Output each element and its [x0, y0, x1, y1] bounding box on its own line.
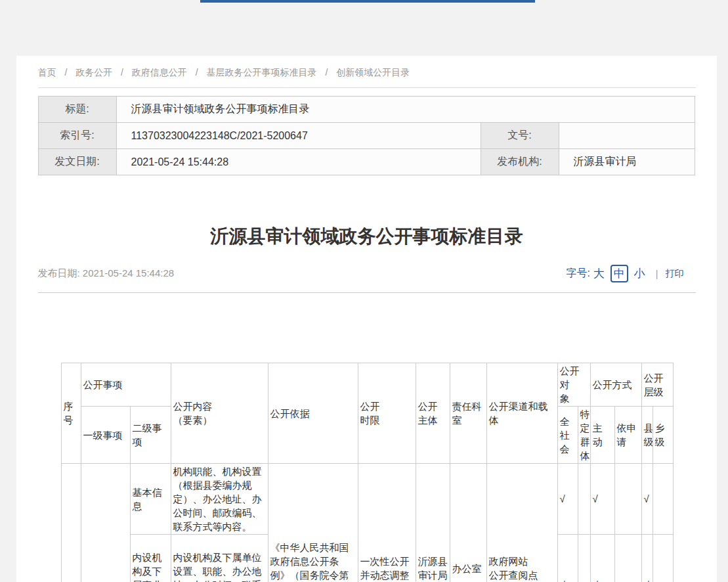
catalog-table: 序 号 公开事项 公开内容 （要素） 公开依据 公开 时限 公开 主体 责任科 … — [61, 363, 674, 582]
check-teding-1 — [578, 464, 590, 535]
breadcrumb-separator: / — [64, 67, 67, 78]
check-quanshehui-2: √ — [557, 535, 578, 582]
check-yishenqing-1 — [614, 464, 641, 535]
check-yishenqing-2 — [614, 535, 641, 582]
header-teding: 特 定 群 体 — [578, 407, 590, 464]
page-title: 沂源县审计领域政务公开事项标准目录 — [38, 225, 696, 248]
index-label: 索引号: — [38, 123, 116, 149]
breadcrumb-home-link[interactable]: 首页 — [38, 67, 56, 78]
header-erji: 二级事 项 — [130, 407, 171, 464]
header-xiangji: 乡 级 — [653, 407, 673, 464]
breadcrumb-separator: / — [196, 67, 198, 78]
index-value: 11370323004223148C/2021-5200647 — [116, 123, 481, 149]
header-yiji: 一级事项 — [81, 407, 130, 464]
nav-highlight-bar — [200, 0, 535, 3]
article-meta: 发布日期: 2021-05-24 15:44:28 字号: 大 中 小 | 打印 — [38, 265, 696, 282]
breadcrumb-separator: / — [325, 67, 328, 78]
cell-zhuti: 沂源县 审计局 — [416, 464, 450, 582]
info-row-title: 标题: 沂源县审计领域政务公开事项标准目录 — [38, 97, 695, 123]
header-xianji: 县 级 — [641, 407, 653, 464]
info-row-index: 索引号: 11370323004223148C/2021-5200647 文号: — [38, 123, 695, 149]
header-zhudong: 主 动 — [590, 407, 614, 464]
check-teding-2 — [578, 535, 590, 582]
breadcrumb: 首页 / 政务公开 / 政府信息公开 / 基层政务公开事项标准目录 / 创新领域… — [38, 56, 696, 88]
font-size-medium-button[interactable]: 中 — [610, 265, 628, 282]
font-size-large-button[interactable]: 大 — [593, 266, 605, 281]
section-divider — [38, 292, 696, 293]
header-gongkai-shixiang: 公开事项 — [81, 363, 171, 407]
cell-keshi: 办公室 — [450, 464, 486, 582]
meta-separator: | — [656, 269, 658, 279]
header-shixian: 公开 时限 — [358, 363, 416, 464]
header-cengji: 公开 层级 — [641, 363, 673, 407]
doc-info-table: 标题: 沂源县审计领域政务公开事项标准目录 索引号: 1137032300422… — [38, 96, 695, 175]
title-value: 沂源县审计领域政务公开事项标准目录 — [116, 97, 695, 123]
date-label: 发文日期: — [38, 149, 116, 175]
info-row-date: 发文日期: 2021-05-24 15:44:28 发布机构: 沂源县审计局 — [38, 149, 695, 175]
agency-value: 沂源县审计局 — [559, 149, 695, 175]
check-xiangji-2 — [653, 535, 673, 582]
cell-neirong-2: 内设机构及下属单位 设置、职能、办公地 址、办公时间、联系 方式、负责人姓名等 … — [171, 535, 268, 582]
cell-qudao: 政府网站 公开查阅点 — [486, 464, 557, 582]
cell-yiju: 《中华人民共和国 政府信息公开条 例》（国务院令第 711号） — [268, 464, 358, 582]
cell-erji-2: 内设机 构及下 属事业 单位信 息 — [130, 535, 171, 582]
publish-date-value: 2021-05-24 15:44:28 — [83, 267, 174, 279]
date-value: 2021-05-24 15:44:28 — [116, 149, 481, 175]
header-yiju: 公开依据 — [268, 363, 358, 464]
check-xiangji-1 — [653, 464, 673, 535]
header-qudao: 公开渠道和载 体 — [486, 363, 557, 464]
header-keshi: 责任科 室 — [450, 363, 486, 464]
check-zhudong-2: √ — [590, 535, 614, 582]
print-button[interactable]: 打印 — [666, 268, 684, 280]
docnum-value — [559, 123, 695, 149]
publish-date-label: 发布日期: — [38, 267, 80, 279]
catalog-header-row-1: 序 号 公开事项 公开内容 （要素） 公开依据 公开 时限 公开 主体 责任科 … — [61, 363, 673, 407]
header-yishenqing: 依申 请 — [614, 407, 641, 464]
check-quanshehui-1: √ — [557, 464, 578, 535]
breadcrumb-current-link[interactable]: 创新领域公开目录 — [336, 67, 410, 78]
cell-yiji — [81, 464, 130, 582]
header-neirong: 公开内容 （要素） — [171, 363, 268, 464]
header-xuhao: 序 号 — [61, 363, 81, 464]
cell-neirong-1: 机构职能、机构设置 （根据县委编办规 定）、办公地址、办 公时间、邮政编码、 联… — [171, 464, 268, 535]
breadcrumb-catalog-link[interactable]: 基层政务公开事项标准目录 — [207, 67, 317, 78]
cell-erji-1: 基本信 息 — [130, 464, 171, 535]
font-size-controls: 字号: 大 中 小 | 打印 — [566, 265, 683, 282]
content-card: 首页 / 政务公开 / 政府信息公开 / 基层政务公开事项标准目录 / 创新领域… — [16, 56, 717, 582]
header-zhuti: 公开 主体 — [416, 363, 450, 464]
header-duixiang: 公开对 象 — [557, 363, 590, 407]
breadcrumb-gov-info-link[interactable]: 政府信息公开 — [132, 67, 187, 78]
docnum-label: 文号: — [481, 123, 559, 149]
publish-date: 发布日期: 2021-05-24 15:44:28 — [38, 267, 175, 280]
agency-label: 发布机构: — [481, 149, 559, 175]
check-zhudong-1: √ — [590, 464, 614, 535]
header-quanshehui: 全社 会 — [557, 407, 578, 464]
check-xianji-2: √ — [641, 535, 653, 582]
font-size-small-button[interactable]: 小 — [634, 266, 645, 281]
cell-shixian: 一次性公开 并动态调整 — [358, 464, 416, 582]
header-fangshi: 公开方式 — [590, 363, 641, 407]
title-label: 标题: — [38, 97, 116, 123]
check-xianji-1: √ — [641, 464, 653, 535]
cell-xuhao — [61, 464, 81, 582]
font-size-label: 字号: — [566, 267, 589, 280]
catalog-data-row-1: 基本信 息 机构职能、机构设置 （根据县委编办规 定）、办公地址、办 公时间、邮… — [61, 464, 673, 535]
breadcrumb-separator: / — [121, 67, 123, 78]
breadcrumb-zwgk-link[interactable]: 政务公开 — [75, 67, 112, 78]
